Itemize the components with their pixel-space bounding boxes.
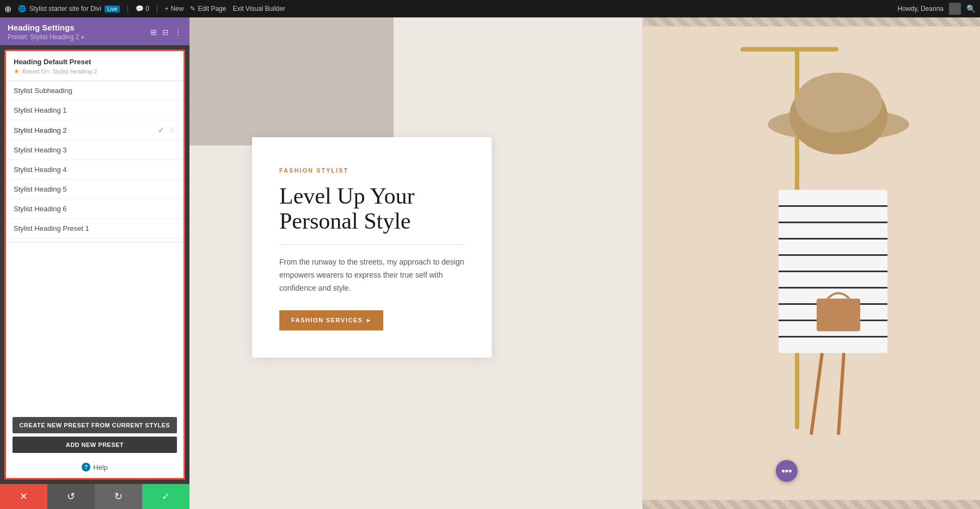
- default-preset-item[interactable]: Heading Default Preset ★ Based On: Styli…: [6, 51, 183, 81]
- panel-title: Heading Settings: [8, 23, 84, 32]
- comments-count: 0: [146, 5, 150, 13]
- preset-item-label: Stylist Heading 2: [14, 126, 67, 134]
- svg-rect-2: [740, 47, 838, 52]
- topbar-right: Howdy, Deanna 🔍: [898, 3, 976, 15]
- cancel-icon: ✕: [20, 490, 28, 502]
- list-item-active[interactable]: Stylist Heading 2 ✓ ☆: [6, 120, 183, 140]
- list-item[interactable]: Stylist Heading 6: [6, 199, 183, 219]
- confirm-button[interactable]: ✓: [142, 484, 189, 509]
- cta-button[interactable]: FASHION SERVICES ▸: [279, 310, 383, 330]
- plus-icon: +: [164, 5, 168, 13]
- divider: [6, 242, 183, 242]
- site-icon: 🌐: [18, 5, 26, 13]
- create-preset-button[interactable]: CREATE NEW PRESET FROM CURRENT STYLES: [13, 417, 177, 433]
- list-item[interactable]: Stylist Subheading: [6, 81, 183, 101]
- top-navigation-bar: ⊕ 🌐 Stylist starter site for Divi Live |…: [0, 0, 980, 17]
- based-on-row: ★ Based On: Stylist Heading 2: [14, 68, 176, 75]
- edit-page-label: Edit Page: [198, 5, 226, 13]
- help-label: Help: [93, 463, 108, 471]
- gray-section: [189, 17, 394, 145]
- star-outline-icon[interactable]: ☆: [169, 126, 176, 134]
- columns-icon[interactable]: ⊟: [162, 28, 169, 36]
- arrow-icon: ▸: [367, 317, 371, 324]
- new-button[interactable]: + New: [164, 5, 183, 13]
- avatar[interactable]: [949, 3, 961, 15]
- preset-item-label: Stylist Heading 1: [14, 106, 67, 114]
- hero-photo: [642, 17, 980, 509]
- preset-item-label: Stylist Heading 5: [14, 185, 67, 193]
- fashion-image-svg: [642, 17, 980, 509]
- grid-icon[interactable]: ⊞: [150, 28, 157, 36]
- live-badge: Live: [105, 5, 120, 13]
- cancel-button[interactable]: ✕: [0, 484, 47, 509]
- hero-card: FASHION STYLIST Level Up Your Personal S…: [252, 137, 492, 358]
- chevron-down-icon: ▾: [81, 34, 84, 40]
- preset-item-label: Stylist Heading Preset 1: [14, 224, 89, 232]
- check-icon: ✓: [162, 490, 170, 502]
- card-heading: Level Up Your Personal Style: [279, 183, 464, 234]
- list-item[interactable]: Stylist Heading 3: [6, 140, 183, 160]
- wordpress-icon[interactable]: ⊕: [4, 4, 11, 14]
- preset-dropdown: Heading Default Preset ★ Based On: Styli…: [4, 50, 185, 480]
- list-item[interactable]: Stylist Heading 5: [6, 180, 183, 199]
- svg-rect-16: [817, 299, 860, 332]
- preset-item-label: Stylist Heading 6: [14, 205, 67, 213]
- separator2: |: [156, 4, 158, 14]
- photo-placeholder: [642, 17, 980, 509]
- help-icon: ?: [82, 463, 90, 471]
- pencil-icon: ✎: [190, 5, 195, 13]
- site-link[interactable]: 🌐 Stylist starter site for Divi Live: [18, 5, 120, 13]
- help-row[interactable]: ? Help: [6, 457, 183, 478]
- list-item[interactable]: Stylist Heading 4: [6, 160, 183, 180]
- website-preview: FASHION STYLIST Level Up Your Personal S…: [189, 17, 980, 509]
- preset-item-label: Stylist Heading 4: [14, 165, 67, 174]
- undo-icon: ↺: [67, 490, 75, 502]
- more-icon[interactable]: ⋮: [174, 28, 182, 36]
- exit-label: Exit Visual Builder: [232, 5, 285, 13]
- exit-builder-button[interactable]: Exit Visual Builder: [232, 5, 285, 13]
- preset-label[interactable]: Preset: Stylist Heading 2 ▾: [8, 33, 84, 41]
- search-button[interactable]: 🔍: [966, 4, 976, 13]
- undo-button[interactable]: ↺: [47, 484, 95, 509]
- cta-label: FASHION SERVICES: [291, 317, 363, 323]
- panel-header-icons: ⊞ ⊟ ⋮: [150, 28, 182, 36]
- heading-settings-panel: Heading Settings Preset: Stylist Heading…: [0, 17, 189, 484]
- dots-icon: •••: [782, 465, 792, 477]
- list-item[interactable]: Stylist Heading Preset 1: [6, 219, 183, 238]
- preset-item-label: Stylist Heading 3: [14, 146, 67, 154]
- preview-area: FASHION STYLIST Level Up Your Personal S…: [189, 17, 980, 509]
- check-icon: ✓: [158, 126, 164, 134]
- separator: |: [126, 4, 128, 14]
- preset-item-label: Stylist Subheading: [14, 87, 72, 95]
- redo-icon: ↻: [114, 490, 122, 502]
- floating-options-button[interactable]: •••: [776, 460, 798, 482]
- star-gold-icon: ★: [14, 68, 20, 75]
- site-name: Stylist starter site for Divi: [29, 5, 101, 13]
- card-overline: FASHION STYLIST: [279, 167, 464, 174]
- heading-line2: Personal Style: [279, 208, 411, 234]
- edit-page-button[interactable]: ✎ Edit Page: [190, 5, 226, 13]
- card-divider: [279, 244, 464, 245]
- add-preset-button[interactable]: ADD NEW PRESET: [13, 437, 177, 453]
- preset-list: Stylist Subheading Stylist Heading 1 Sty…: [6, 81, 183, 412]
- card-body-text: From the runway to the streets, my appro…: [279, 256, 464, 295]
- howdy-text: Howdy, Deanna: [898, 5, 944, 13]
- preset-buttons: CREATE NEW PRESET FROM CURRENT STYLES AD…: [6, 412, 183, 457]
- new-label: New: [170, 5, 183, 13]
- svg-point-5: [795, 73, 882, 133]
- list-item[interactable]: Stylist Heading 1: [6, 101, 183, 120]
- heading-line1: Level Up Your: [279, 183, 415, 208]
- default-preset-name: Heading Default Preset: [14, 58, 176, 66]
- panel-header: Heading Settings Preset: Stylist Heading…: [0, 17, 189, 45]
- bottom-action-bar: ✕ ↺ ↻ ✓: [0, 484, 189, 509]
- comments-icon: 💬: [136, 5, 144, 13]
- comments-button[interactable]: 💬 0: [136, 5, 150, 13]
- preset-item-icons: ✓ ☆: [158, 126, 176, 134]
- redo-button[interactable]: ↻: [95, 484, 142, 509]
- preset-label-text: Preset: Stylist Heading 2: [8, 33, 79, 41]
- based-on-text: Based On: Stylist Heading 2: [22, 68, 97, 75]
